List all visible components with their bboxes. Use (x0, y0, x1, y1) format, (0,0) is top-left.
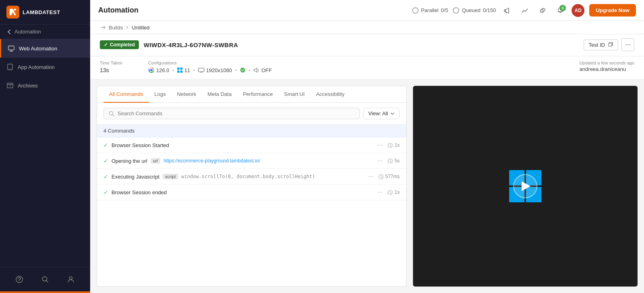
queued-label: Queued (462, 7, 480, 13)
tab-smart-ui[interactable]: Smart UI (279, 86, 310, 103)
left-panel: All Commands Logs Network Meta Data Perf… (97, 86, 407, 287)
more-options-button[interactable]: ··· (621, 38, 634, 51)
table-row[interactable]: ✓ Browser Session Started ··· 1s (97, 137, 406, 153)
back-arrow-icon (6, 29, 12, 35)
search-icon[interactable] (39, 274, 51, 285)
updated-label: Updated a few seconds ago (580, 60, 634, 65)
svg-point-8 (43, 277, 47, 281)
command-value: window.scrollTo(0, document.body.scrollH… (182, 174, 315, 179)
tab-accessibility[interactable]: Accessibility (310, 86, 350, 103)
check-icon: ✓ (103, 173, 108, 180)
speaker-icon (253, 67, 260, 73)
queued-radio (453, 7, 459, 14)
view-filter[interactable]: View: All (363, 108, 400, 119)
upgrade-button[interactable]: Upgrade Now (589, 4, 636, 17)
commands-count-bar: 4 Commands (97, 125, 406, 137)
svg-point-19 (240, 68, 245, 73)
time-taken-label: Time Taken (100, 60, 132, 65)
status-badge: ✓ Completed (100, 40, 139, 49)
play-button[interactable] (513, 174, 537, 198)
svg-rect-5 (7, 83, 13, 85)
audio-config: OFF (253, 67, 272, 73)
command-time: 5s (388, 158, 400, 164)
megaphone-icon (504, 7, 511, 14)
command-more-button[interactable]: ··· (376, 141, 384, 149)
user-label: andreea.draniceanu (580, 66, 634, 72)
page-title: Automation (98, 6, 138, 15)
search-icon (109, 111, 114, 116)
resolution-value: 1920x1080 (206, 67, 232, 73)
tabs-bar: All Commands Logs Network Meta Data Perf… (97, 86, 406, 103)
sidebar-item-app-automation[interactable]: App Automation (0, 58, 90, 76)
resolution-config: 1920x1080 (198, 67, 232, 73)
content-area: Builds Untitled ✓ Completed WIWDX-4R3LJ-… (90, 21, 644, 293)
play-triangle-icon (522, 181, 530, 191)
command-time: 1s (388, 142, 400, 148)
help-icon[interactable] (14, 274, 25, 285)
feature-config (240, 67, 246, 73)
command-more-button[interactable]: ··· (367, 173, 375, 180)
megaphone-icon-btn[interactable] (501, 4, 514, 17)
time-taken-section: Time Taken 13s (100, 60, 132, 73)
table-row[interactable]: ✓ Opening the url url https://ecommerce-… (97, 153, 406, 169)
avatar[interactable]: AD (572, 4, 584, 17)
svg-point-7 (19, 281, 20, 282)
clock-icon (388, 158, 393, 164)
command-more-button[interactable]: ··· (376, 157, 384, 164)
tab-all-commands[interactable]: All Commands (103, 86, 149, 103)
config-row: 126.0 • 11 • (148, 67, 272, 73)
tab-meta-data[interactable]: Meta Data (202, 86, 237, 103)
status-label: Completed (110, 42, 135, 48)
tab-logs[interactable]: Logs (149, 86, 171, 103)
table-row[interactable]: ✓ Executing Javascript script window.scr… (97, 169, 406, 185)
command-time: 577ms (378, 174, 400, 179)
svg-rect-4 (7, 84, 13, 88)
check-icon: ✓ (103, 189, 108, 195)
parallel-radio (412, 7, 419, 14)
sidebar-item-web-automation[interactable]: Web Automation (0, 39, 90, 58)
panel-area: All Commands Logs Network Meta Data Perf… (90, 79, 644, 293)
archives-label: Archives (18, 83, 38, 89)
sidebar-back-button[interactable]: Automation (0, 25, 90, 39)
breadcrumb-separator-icon (125, 25, 129, 29)
logo-text: LAMBDATEST (23, 9, 60, 15)
command-name: Opening the url (111, 158, 147, 164)
video-player[interactable] (413, 86, 638, 287)
command-value: https://ecommerce-playground.lambdatest.… (163, 158, 260, 164)
notification-icon-btn[interactable]: 5 (554, 4, 567, 17)
breadcrumb-builds[interactable]: Builds (109, 25, 123, 31)
table-row[interactable]: ✓ Browser Session ended ··· 1s (97, 185, 406, 200)
right-panel (413, 86, 638, 287)
svg-rect-16 (178, 71, 180, 73)
search-bar: View: All (97, 103, 406, 125)
sidebar: LAMBDATEST Automation Web Automation (0, 0, 90, 293)
test-id-button[interactable]: Test ID (584, 39, 618, 50)
command-name: Browser Session Started (111, 142, 169, 148)
feature-off: OFF (261, 67, 272, 73)
command-more-button[interactable]: ··· (376, 189, 384, 196)
notification-badge: 5 (559, 5, 566, 11)
user-icon[interactable] (65, 274, 76, 285)
app-automation-label: App Automation (18, 64, 55, 70)
sidebar-logo: LAMBDATEST (0, 0, 90, 25)
link-icon (539, 7, 546, 14)
test-code: WIWDX-4R3LJ-6O7NW-SWBRA (144, 42, 238, 48)
link-icon-btn[interactable] (536, 4, 549, 17)
search-input[interactable] (118, 110, 355, 116)
header-right: Parallel 0/5 Queued 0/150 (412, 4, 636, 17)
configurations-label: Configurations (148, 60, 272, 65)
sidebar-item-archives[interactable]: Archives (0, 76, 90, 95)
browser-config: 126.0 (148, 67, 169, 73)
main-content: Automation Parallel 0/5 Queued 0/150 (90, 0, 644, 293)
lambdatest-logo-icon (6, 6, 19, 19)
feature-icon (240, 67, 246, 73)
web-automation-icon (8, 45, 15, 52)
sidebar-footer (0, 267, 90, 291)
tab-performance[interactable]: Performance (237, 86, 278, 103)
command-name: Executing Javascript (111, 174, 159, 180)
os-version: 11 (184, 67, 190, 73)
tab-network[interactable]: Network (171, 86, 202, 103)
view-filter-label: View: All (368, 110, 388, 116)
chart-icon-btn[interactable] (518, 4, 531, 17)
sidebar-bottom-bar (0, 291, 90, 293)
